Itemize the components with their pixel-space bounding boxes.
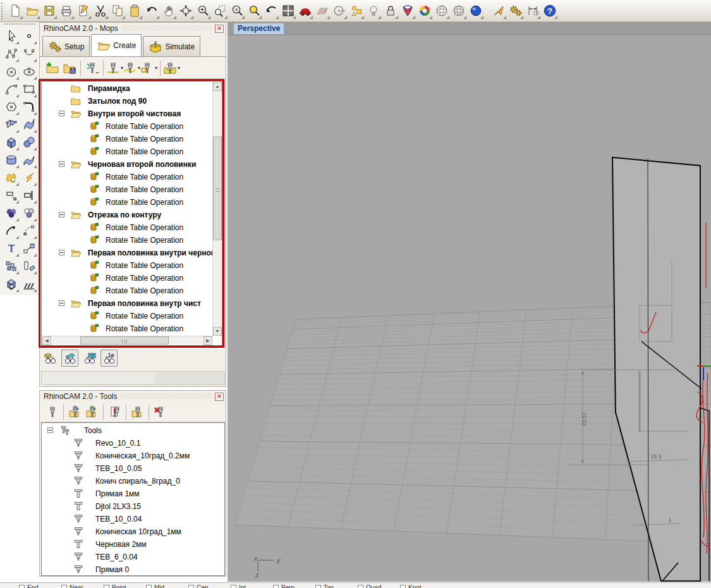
tree-item-row[interactable]: Коническая_10град_0.2мм <box>42 450 224 462</box>
tree-item-row[interactable]: Черновая 2мм <box>42 538 224 551</box>
tree-item-row[interactable]: Rotate Table Operation <box>42 310 213 322</box>
lamp-button[interactable] <box>365 2 382 20</box>
expander-minus[interactable] <box>47 427 53 433</box>
tree-item-row[interactable]: Прямая 0 <box>42 563 224 575</box>
rotate-view-button[interactable] <box>177 2 194 20</box>
vertical-scrollbar[interactable]: ▲ ▼ <box>212 82 221 336</box>
tree-folder-row[interactable]: Первая половинка внутри чернова <box>42 247 213 259</box>
zoom-extents-button[interactable] <box>245 2 262 20</box>
save-tool-library-button[interactable] <box>83 403 100 421</box>
render-mesh-button[interactable] <box>313 2 331 20</box>
tree-item-row[interactable]: Djtol 2LX3.15 <box>42 500 224 513</box>
osnap-mid[interactable]: Mid <box>146 584 164 588</box>
options-gears-button[interactable] <box>507 2 524 20</box>
text-object-button[interactable]: T <box>3 240 20 257</box>
tree-item-row[interactable]: Tools <box>42 424 224 437</box>
cut-button[interactable] <box>92 2 109 20</box>
annotate-page-button[interactable] <box>75 2 92 20</box>
arc-button[interactable] <box>3 80 20 98</box>
checkbox-icon[interactable] <box>358 585 363 588</box>
tree-item-row[interactable]: Rotate Table Operation <box>42 133 213 145</box>
object-shapes-button[interactable] <box>348 2 365 20</box>
expander-minus[interactable] <box>59 212 64 217</box>
tab-simulate[interactable]: Simulate <box>143 36 200 56</box>
point-button[interactable] <box>20 27 37 45</box>
copy-button[interactable] <box>109 2 126 20</box>
checkbox-icon[interactable] <box>400 585 406 588</box>
tree-item-row[interactable]: Коническая 10град_1мм <box>42 525 224 538</box>
osnap-perp[interactable]: Perp <box>273 584 295 588</box>
interpolate-curve-button[interactable] <box>20 45 37 63</box>
tree-item-row[interactable]: Rotate Table Operation <box>42 285 213 297</box>
osnap-int[interactable]: Int <box>231 584 246 588</box>
extend-curve-button[interactable] <box>20 222 37 240</box>
cylinder-solid-button[interactable] <box>3 151 20 169</box>
tree-item-row[interactable]: Rotate Table Operation <box>42 221 213 234</box>
split-button[interactable] <box>20 187 37 204</box>
expander-minus[interactable] <box>59 300 64 306</box>
box-solid-button[interactable] <box>3 133 20 151</box>
tree-item-row[interactable]: Rotate Table Operation <box>42 259 213 272</box>
align-button[interactable] <box>20 257 37 275</box>
close-icon[interactable]: ✕ <box>215 393 224 401</box>
freeform-milling-button[interactable]: ▾ <box>123 59 140 77</box>
create-tool-button[interactable] <box>44 403 61 421</box>
close-icon[interactable]: ✕ <box>215 25 224 33</box>
ellipse-button[interactable] <box>20 63 37 80</box>
checkbox-icon[interactable] <box>19 585 25 588</box>
new-file-button[interactable] <box>6 2 23 20</box>
dimension-tool-button[interactable] <box>524 2 541 20</box>
vscroll-thumb[interactable] <box>213 137 222 240</box>
print-button[interactable] <box>58 2 75 20</box>
pan-view-button[interactable] <box>160 2 177 20</box>
mops-title-bar[interactable]: RhinoCAM 2.0 - Mops ✕ <box>40 23 226 34</box>
simulate-stock-button[interactable] <box>42 350 59 367</box>
tree-folder-row[interactable]: Затылок под 90 <box>42 95 213 107</box>
radius-tool-button[interactable] <box>331 2 348 20</box>
tree-folder-row[interactable]: Отрезка по контуру <box>42 209 213 221</box>
expander-minus[interactable] <box>59 250 64 255</box>
tools-title-bar[interactable]: RhinoCAM 2.0 - Tools ✕ <box>40 391 226 402</box>
curve-corner-button[interactable] <box>20 98 37 116</box>
rectangle-button[interactable] <box>20 80 37 98</box>
tree-item-row[interactable]: Rotate Table Operation <box>42 234 213 247</box>
wireframe-sphere-button[interactable] <box>433 2 450 20</box>
control-point-curve-button[interactable] <box>3 45 20 63</box>
checkbox-icon[interactable] <box>104 585 109 588</box>
tree-folder-row[interactable]: Внутри второй чистовая <box>42 107 213 120</box>
tree-folder-row[interactable]: Первая половинка внутр чист <box>42 297 213 310</box>
zoom-window-button[interactable] <box>211 2 228 20</box>
material-shield-button[interactable] <box>399 2 416 20</box>
tool-folder-button[interactable] <box>129 403 146 421</box>
machine-setup-button[interactable] <box>83 59 100 77</box>
osnap-tan[interactable]: Tan <box>315 584 334 588</box>
tab-setup[interactable]: Setup <box>42 36 90 56</box>
selection-cone-button[interactable] <box>490 2 507 20</box>
tree-item-row[interactable]: Rotate Table Operation <box>42 145 213 158</box>
boolean-union-button[interactable] <box>3 204 20 222</box>
viewport-layout-button[interactable] <box>279 2 296 20</box>
delete-tool-button[interactable] <box>152 403 169 421</box>
viewport-perspective-label[interactable]: Perspective <box>234 23 284 34</box>
lock-objects-button[interactable] <box>382 2 399 20</box>
select-pointer-button[interactable] <box>3 27 20 45</box>
new-operation-folder-button[interactable] <box>44 59 61 77</box>
explode-button[interactable] <box>20 169 37 187</box>
tree-item-row[interactable]: Rotate Table Operation <box>42 196 213 209</box>
spheres-solid-button[interactable] <box>20 133 37 151</box>
checkbox-icon[interactable] <box>146 585 152 588</box>
fillet-curve-button[interactable] <box>3 222 20 240</box>
join-puzzle-button[interactable] <box>3 169 20 187</box>
tree-item-row[interactable]: Revo_10_0.1 <box>42 437 224 450</box>
zoom-selected-button[interactable] <box>228 2 245 20</box>
help-button[interactable]: ? <box>541 2 558 20</box>
expander-minus[interactable] <box>59 111 64 116</box>
move-car-button[interactable] <box>296 2 313 20</box>
tree-item-row[interactable]: Конич спираль_8град_0 <box>42 475 224 487</box>
tree-item-row[interactable]: Rotate Table Operation <box>42 171 213 183</box>
polygon-button[interactable] <box>3 98 20 116</box>
tree-item-row[interactable]: Rotate Table Operation <box>42 120 213 133</box>
archive-box-button[interactable] <box>3 275 20 293</box>
hatch-button[interactable] <box>20 275 37 293</box>
toolbar-drag-handle[interactable] <box>1 3 4 20</box>
